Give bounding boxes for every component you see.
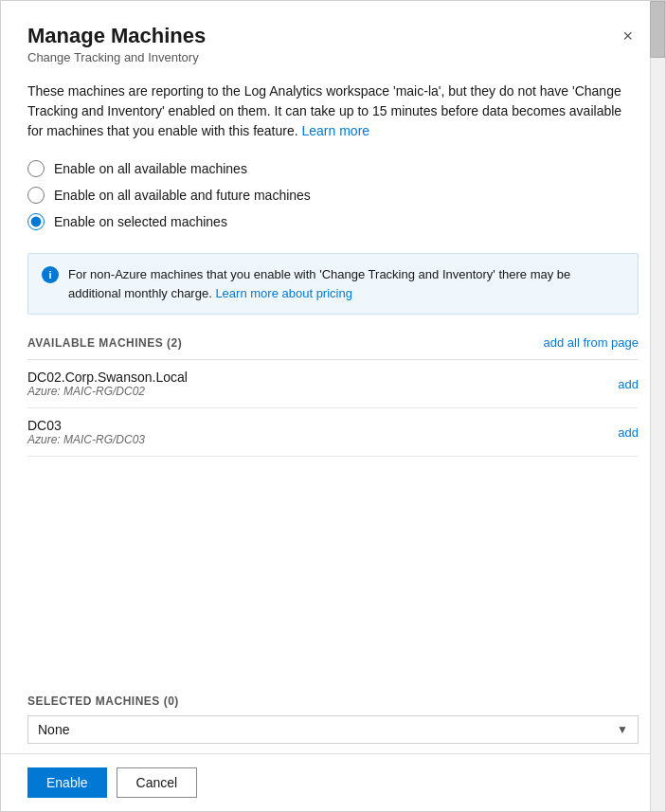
selected-machines-title: SELECTED MACHINES (0) xyxy=(27,695,639,708)
machine-info-1: DC02.Corp.Swanson.Local Azure: MAIC-RG/D… xyxy=(27,370,188,398)
selected-machines-value: None xyxy=(38,722,69,737)
radio-future-label[interactable]: Enable on all available and future machi… xyxy=(27,187,639,204)
scrollbar-track[interactable] xyxy=(650,1,665,811)
add-machine-2-link[interactable]: add xyxy=(618,425,639,440)
spacer xyxy=(27,476,639,589)
info-icon: i xyxy=(42,266,59,283)
radio-all-text: Enable on all available machines xyxy=(54,161,247,176)
machine-name-2: DC03 xyxy=(27,418,145,433)
dialog-header: Manage Machines × xyxy=(27,24,639,48)
available-machines-title: AVAILABLE MACHINES (2) xyxy=(27,336,182,350)
info-box: i For non-Azure machines that you enable… xyxy=(27,253,639,315)
learn-more-link[interactable]: Learn more xyxy=(302,123,370,138)
machine-name-1: DC02.Corp.Swanson.Local xyxy=(27,370,188,385)
enable-button[interactable]: Enable xyxy=(27,767,107,798)
machine-info-2: DC03 Azure: MAIC-RG/DC03 xyxy=(27,418,145,446)
radio-group: Enable on all available machines Enable … xyxy=(27,160,639,230)
dialog-content: Manage Machines × Change Tracking and In… xyxy=(1,1,665,695)
scrollbar-thumb[interactable] xyxy=(650,1,665,58)
dropdown-arrow-icon: ▼ xyxy=(617,723,628,736)
machine-item-1: DC02.Corp.Swanson.Local Azure: MAIC-RG/D… xyxy=(27,360,639,408)
selected-machines-section: SELECTED MACHINES (0) None ▼ xyxy=(1,695,665,744)
selected-machines-dropdown[interactable]: None ▼ xyxy=(27,715,639,744)
machine-azure-2: Azure: MAIC-RG/DC03 xyxy=(27,433,145,446)
cancel-button[interactable]: Cancel xyxy=(117,767,198,798)
machine-list: DC02.Corp.Swanson.Local Azure: MAIC-RG/D… xyxy=(27,359,639,457)
manage-machines-dialog: Manage Machines × Change Tracking and In… xyxy=(0,0,666,812)
radio-selected-text: Enable on selected machines xyxy=(54,214,227,229)
radio-selected-label[interactable]: Enable on selected machines xyxy=(27,213,639,230)
machine-azure-1: Azure: MAIC-RG/DC02 xyxy=(27,385,188,398)
radio-selected-input[interactable] xyxy=(27,213,45,230)
radio-future-text: Enable on all available and future machi… xyxy=(54,188,311,203)
radio-future-input[interactable] xyxy=(27,187,45,204)
add-machine-1-link[interactable]: add xyxy=(618,377,639,391)
dialog-subtitle: Change Tracking and Inventory xyxy=(27,50,639,64)
learn-more-pricing-link[interactable]: Learn more about pricing xyxy=(215,286,352,300)
radio-all-input[interactable] xyxy=(27,160,45,177)
add-all-link[interactable]: add all from page xyxy=(544,335,639,350)
info-text: For non-Azure machines that you enable w… xyxy=(68,265,624,302)
machine-item-2: DC03 Azure: MAIC-RG/DC03 add xyxy=(27,408,639,457)
radio-all-label[interactable]: Enable on all available machines xyxy=(27,160,639,177)
description-text: These machines are reporting to the Log … xyxy=(27,81,639,141)
footer: Enable Cancel xyxy=(1,753,665,811)
available-machines-header: AVAILABLE MACHINES (2) add all from page xyxy=(27,335,639,350)
close-button[interactable]: × xyxy=(617,26,639,46)
dialog-title: Manage Machines xyxy=(27,24,206,48)
